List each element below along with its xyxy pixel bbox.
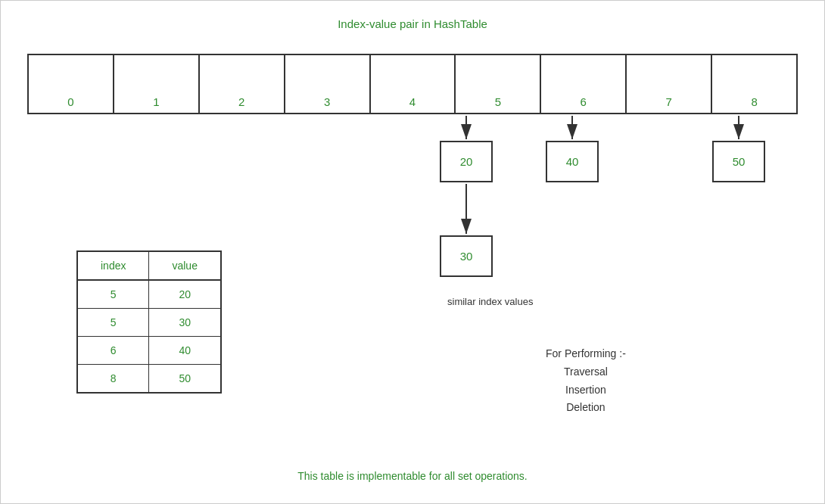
operation-traversal: Traversal: [546, 363, 626, 381]
hash-cell-5: 5: [456, 55, 541, 113]
node-30: 30: [440, 235, 493, 277]
hash-cell-8: 8: [712, 55, 796, 113]
table-row: 8 50: [77, 365, 221, 394]
node-20: 20: [440, 141, 493, 182]
table-cell-index: 5: [77, 309, 149, 337]
table-cell-value: 30: [149, 309, 221, 337]
table-cell-index: 5: [77, 280, 149, 309]
operations-title: For Performing :-: [546, 345, 626, 363]
page-title: Index-value pair in HashTable: [1, 17, 824, 30]
table-header-value: value: [149, 251, 221, 280]
table-cell-index: 6: [77, 337, 149, 365]
hash-cell-7: 7: [627, 55, 712, 113]
table-row: 5 30: [77, 309, 221, 337]
node-50: 50: [712, 141, 765, 182]
table-row: 5 20: [77, 280, 221, 309]
hash-cell-4: 4: [371, 55, 456, 113]
similar-label: similar index values: [447, 296, 533, 307]
operation-insertion: Insertion: [546, 381, 626, 400]
hash-cell-3: 3: [285, 55, 371, 113]
footer-text: This table is implementable for all set …: [1, 470, 824, 482]
index-value-table: index value 5 20 5 30 6 40 8 50: [76, 250, 222, 394]
operation-deletion: Deletion: [546, 399, 626, 417]
node-40: 40: [546, 141, 599, 182]
operations-label: For Performing :- Traversal Insertion De…: [546, 345, 626, 417]
hash-cell-1: 1: [114, 55, 200, 113]
table-row: 6 40: [77, 337, 221, 365]
table-cell-value: 50: [149, 365, 221, 394]
table-cell-value: 20: [149, 280, 221, 309]
hash-cell-6: 6: [541, 55, 627, 113]
hash-cell-0: 0: [29, 55, 114, 113]
hash-array: 0 1 2 3 4 5 6 7 8: [27, 54, 798, 114]
hash-cell-2: 2: [200, 55, 285, 113]
table-cell-value: 40: [149, 337, 221, 365]
table-header-index: index: [77, 251, 149, 280]
table-cell-index: 8: [77, 365, 149, 394]
